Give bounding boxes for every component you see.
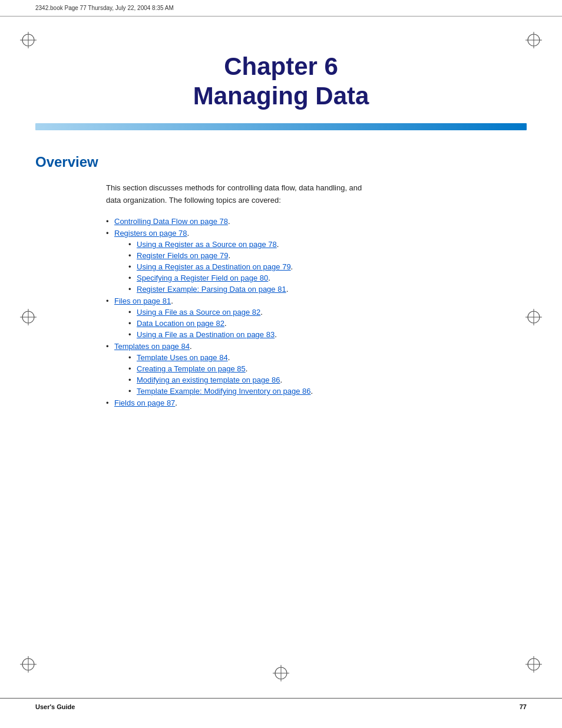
toc-subitem: Using a Register as a Destination on pag… bbox=[128, 262, 527, 271]
toc-item: Files on page 81.Using a File as a Sourc… bbox=[106, 297, 527, 339]
toc-subitem: Specifying a Register Field on page 80. bbox=[128, 274, 527, 282]
toc-item: Fields on page 87. bbox=[106, 398, 527, 407]
toc-sublink[interactable]: Template Example: Modifying Inventory on… bbox=[137, 387, 311, 396]
chapter-title-area: Chapter 6 Managing Data bbox=[0, 17, 562, 111]
toc-link[interactable]: Controlling Data Flow on page 78 bbox=[114, 217, 228, 226]
toc-subitem: Data Location on page 82. bbox=[128, 319, 527, 328]
toc-sublink[interactable]: Register Fields on page 79 bbox=[137, 251, 228, 260]
overview-section: Overview This section discusses methods … bbox=[0, 130, 562, 408]
chapter-title: Chapter 6 Managing Data bbox=[35, 52, 527, 111]
toc-item: Registers on page 78.Using a Register as… bbox=[106, 229, 527, 294]
toc-sublink[interactable]: Using a Register as a Source on page 78 bbox=[137, 240, 277, 249]
toc-sublink[interactable]: Specifying a Register Field on page 80 bbox=[137, 274, 268, 282]
toc-subitem: Creating a Template on page 85. bbox=[128, 364, 527, 373]
reg-mark-top-right bbox=[523, 29, 544, 51]
toc-subitem: Template Example: Modifying Inventory on… bbox=[128, 387, 527, 396]
header-bar: 2342.book Page 77 Thursday, July 22, 200… bbox=[0, 0, 562, 17]
toc-subitem: Modifying an existing template on page 8… bbox=[128, 375, 527, 384]
toc-sublink[interactable]: Using a File as a Source on page 82 bbox=[137, 308, 260, 317]
toc-sublink[interactable]: Creating a Template on page 85 bbox=[137, 364, 246, 373]
footer: User's Guide 77 bbox=[0, 698, 562, 710]
overview-intro: This section discusses methods for contr… bbox=[106, 182, 527, 207]
book-info: 2342.book Page 77 Thursday, July 22, 200… bbox=[35, 5, 174, 11]
toc-item: Controlling Data Flow on page 78. bbox=[106, 217, 527, 226]
footer-left-label: User's Guide bbox=[35, 703, 75, 710]
toc-sublink[interactable]: Register Example: Parsing Data on page 8… bbox=[137, 285, 286, 294]
toc-sublink[interactable]: Using a Register as a Destination on pag… bbox=[137, 262, 291, 271]
overview-heading: Overview bbox=[35, 154, 527, 170]
toc-sublink[interactable]: Template Uses on page 84 bbox=[137, 353, 228, 362]
toc-subitem: Using a File as a Destination on page 83… bbox=[128, 330, 527, 339]
toc-link[interactable]: Registers on page 78 bbox=[114, 229, 187, 238]
toc-subitem: Template Uses on page 84. bbox=[128, 353, 527, 362]
reg-mark-bot-center bbox=[270, 663, 292, 684]
toc-subitem: Register Example: Parsing Data on page 8… bbox=[128, 285, 527, 294]
reg-mark-bot-right bbox=[523, 654, 544, 675]
toc-sublink[interactable]: Modifying an existing template on page 8… bbox=[137, 375, 280, 384]
toc-subitem: Register Fields on page 79. bbox=[128, 251, 527, 260]
blue-bar bbox=[35, 123, 527, 130]
toc-item: Templates on page 84.Template Uses on pa… bbox=[106, 342, 527, 396]
reg-mark-bot-left bbox=[18, 654, 39, 675]
toc-subitem: Using a File as a Source on page 82. bbox=[128, 308, 527, 317]
toc-subitem: Using a Register as a Source on page 78. bbox=[128, 240, 527, 249]
toc-link[interactable]: Fields on page 87 bbox=[114, 398, 175, 407]
toc-sublink[interactable]: Data Location on page 82 bbox=[137, 319, 224, 328]
reg-mark-mid-left bbox=[18, 307, 39, 328]
toc-list: Controlling Data Flow on page 78.Registe… bbox=[106, 217, 527, 407]
toc-link[interactable]: Files on page 81 bbox=[114, 297, 171, 305]
page: 2342.book Page 77 Thursday, July 22, 200… bbox=[0, 0, 562, 728]
reg-mark-top-left bbox=[18, 29, 39, 51]
toc-link[interactable]: Templates on page 84 bbox=[114, 342, 190, 351]
toc-sublink[interactable]: Using a File as a Destination on page 83 bbox=[137, 330, 275, 339]
footer-page-number: 77 bbox=[520, 703, 527, 710]
